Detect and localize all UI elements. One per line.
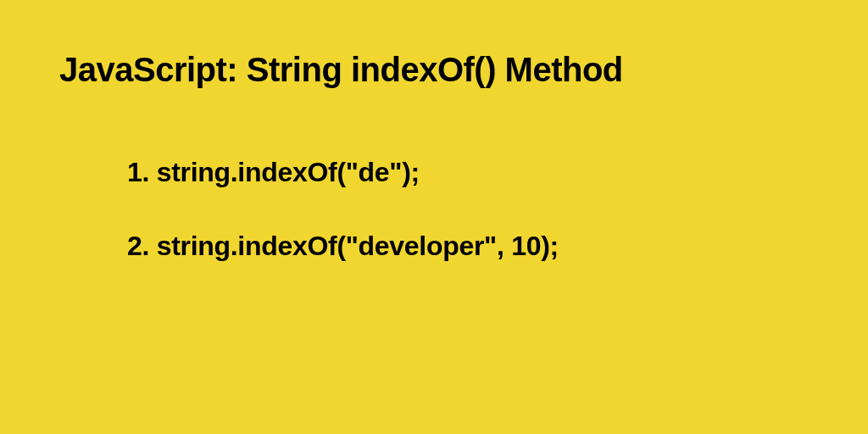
- slide: JavaScript: String indexOf() Method 1. s…: [0, 0, 868, 434]
- slide-title: JavaScript: String indexOf() Method: [59, 51, 809, 89]
- code-example-2: 2. string.indexOf("developer", 10);: [127, 231, 809, 262]
- code-examples: 1. string.indexOf("de"); 2. string.index…: [59, 157, 809, 262]
- code-example-1: 1. string.indexOf("de");: [127, 157, 809, 188]
